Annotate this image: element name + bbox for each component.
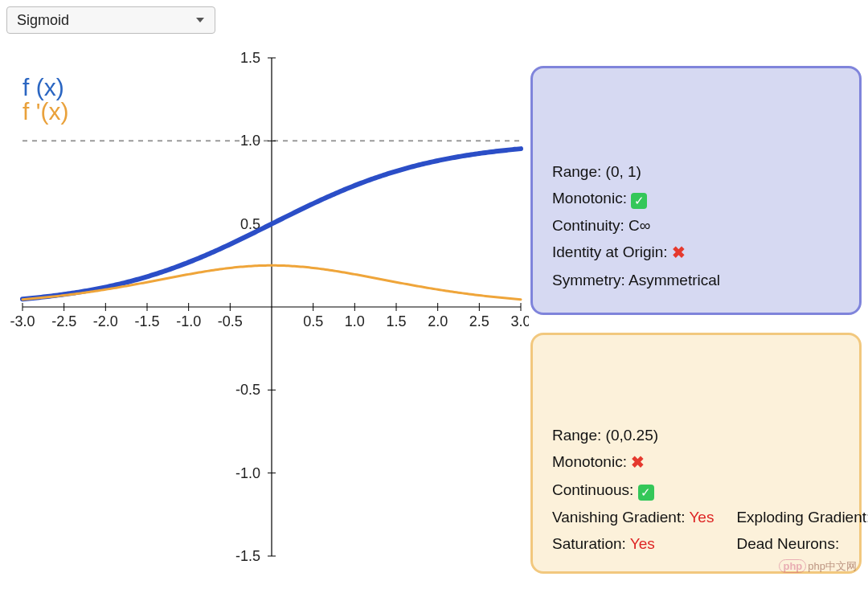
fx-symmetry: Symmetry: Asymmetrical [552,267,840,293]
fpx-vanishing: Vanishing Gradient: Yes [552,504,714,530]
svg-text:2.0: 2.0 [428,313,448,329]
svg-text:-0.5: -0.5 [235,382,260,398]
svg-text:1.0: 1.0 [345,313,365,329]
cross-icon: ✖ [672,243,686,261]
svg-text:-2.5: -2.5 [51,313,76,329]
fpx-monotonic: Monotonic: ✖ [552,448,840,477]
fx-symmetry-label: Symmetry: [552,272,625,288]
fx-range: Range: (0, 1) [552,158,840,185]
fpx-continuous: Continuous: ✓ [552,477,840,503]
svg-text:-0.5: -0.5 [218,313,243,329]
fpx-saturation-label: Saturation: [552,535,626,552]
fx-range-value: (0, 1) [606,163,641,180]
fpx-vanishing-value: Yes [689,509,714,526]
stage: -3.0-2.5-2.0-1.5-1.0-0.50.51.01.52.02.53… [6,50,862,580]
fx-range-label: Range: [552,163,601,180]
svg-text:-1.0: -1.0 [176,313,201,329]
fx-identity-label: Identity at Origin: [552,243,668,260]
svg-text:-1.5: -1.5 [134,313,159,329]
svg-text:1.0: 1.0 [240,133,260,149]
fx-continuity: Continuity: C∞ [552,212,840,239]
fx-continuity-value: C∞ [628,217,650,234]
svg-text:1.5: 1.5 [240,50,260,66]
fpx-continuous-label: Continuous: [552,481,633,498]
check-icon: ✓ [638,485,654,501]
fpx-saturation-value: Yes [630,535,655,552]
fx-monotonic: Monotonic: ✓ [552,185,840,211]
fpx-range-value: (0,0.25) [606,427,658,444]
legend: f (x) f '(x) [23,74,68,125]
svg-text:1.5: 1.5 [386,313,406,329]
svg-text:-3.0: -3.0 [10,313,35,329]
fx-continuity-label: Continuity: [552,217,624,234]
fx-monotonic-label: Monotonic: [552,190,627,207]
panel-fx: Range: (0, 1) Monotonic: ✓ Continuity: C… [530,66,862,315]
fpx-deadneurons-label: Dead Neurons: [736,535,839,552]
svg-text:-1.0: -1.0 [235,465,260,481]
cross-icon: ✖ [631,453,645,471]
activation-select[interactable]: Sigmoid [6,6,215,34]
fpx-monotonic-label: Monotonic: [552,453,627,470]
fx-identity: Identity at Origin: ✖ [552,239,840,267]
activation-select-wrap: Sigmoid [6,6,215,34]
legend-fpx: f '(x) [23,98,68,125]
svg-text:2.5: 2.5 [469,313,489,329]
fpx-exploding: Exploding Gradient: No [736,504,868,530]
panel-fpx: Range: (0,0.25) Monotonic: ✖ Continuous:… [530,333,862,574]
fpx-range: Range: (0,0.25) [552,422,840,448]
fpx-vanishing-label: Vanishing Gradient: [552,509,685,526]
fpx-deadneurons: Dead Neurons: [736,530,868,557]
check-icon: ✓ [631,193,647,209]
legend-fx: f (x) [23,74,68,101]
svg-text:-2.0: -2.0 [93,313,118,329]
svg-text:-1.5: -1.5 [235,548,260,564]
chart-svg: -3.0-2.5-2.0-1.5-1.0-0.50.51.01.52.02.53… [6,50,529,564]
fpx-exploding-label: Exploding Gradient: [736,509,868,526]
svg-text:0.5: 0.5 [303,313,323,329]
fpx-range-label: Range: [552,427,601,444]
fx-symmetry-value: Asymmetrical [628,272,720,288]
svg-text:3.0: 3.0 [510,313,529,329]
fpx-saturation: Saturation: Yes [552,530,714,557]
